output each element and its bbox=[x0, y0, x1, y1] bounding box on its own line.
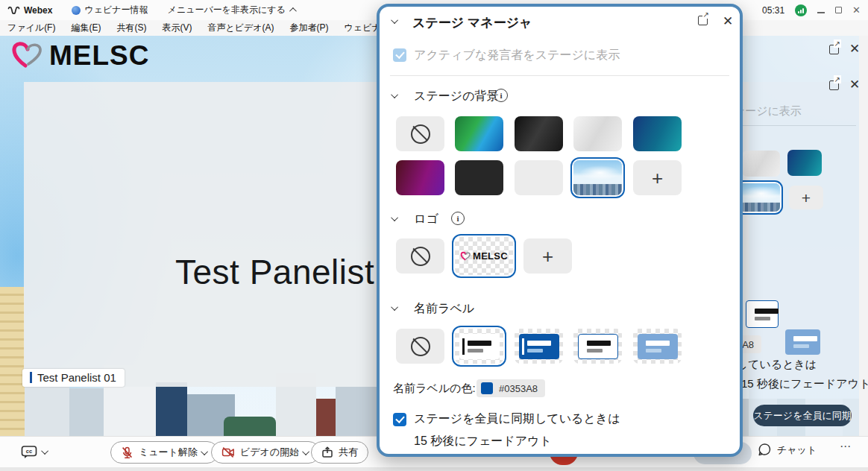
menu-audio-video[interactable]: 音声とビデオ(A) bbox=[207, 22, 274, 34]
panel-bg-option-city-selected[interactable] bbox=[738, 183, 780, 212]
none-icon bbox=[411, 337, 430, 356]
camera-off-icon bbox=[221, 446, 235, 458]
close-window-button[interactable]: ✕ bbox=[852, 5, 861, 15]
melsc-logo-text: MELSC bbox=[473, 250, 508, 262]
section-chevron-icon[interactable] bbox=[391, 91, 398, 98]
webinar-info-icon bbox=[72, 6, 81, 15]
mic-muted-icon bbox=[121, 446, 133, 459]
webex-brand-label: Webex bbox=[24, 5, 52, 16]
more-options-button[interactable]: ⋯ bbox=[840, 440, 852, 453]
bg-option-city-selected[interactable] bbox=[573, 160, 622, 195]
start-video-button[interactable]: ビデオの開始 bbox=[211, 441, 320, 464]
chevron-down-icon bbox=[302, 448, 309, 455]
svg-text:cc: cc bbox=[26, 448, 32, 455]
bg-option-none[interactable] bbox=[396, 116, 444, 151]
stage-manager-dialog: ステージ マネージャ ✕ アクティブな発言者をステージに表示 ステージの背景 i… bbox=[377, 4, 743, 457]
active-speaker-checkbox-label: アクティブな発言者をステージに表示 bbox=[414, 48, 620, 63]
divider bbox=[390, 75, 729, 76]
share-button[interactable]: 共有 bbox=[311, 441, 368, 464]
none-icon bbox=[411, 124, 430, 144]
active-speaker-checkbox bbox=[393, 48, 406, 62]
name-label-option-soft-blue[interactable] bbox=[633, 329, 682, 364]
maximize-button[interactable] bbox=[835, 6, 842, 15]
logo-option-none[interactable] bbox=[396, 238, 444, 274]
bg-option-blue-teal[interactable] bbox=[633, 116, 682, 151]
melsc-heart-icon bbox=[10, 40, 45, 72]
sync-fadeout-label-line1: ステージを全員に同期しているときは bbox=[414, 411, 620, 427]
collapse-chevron-icon[interactable] bbox=[391, 16, 398, 24]
webex-logo-icon bbox=[7, 6, 20, 15]
stage-brand-text: MELSC bbox=[49, 40, 150, 72]
panel-bg-option-blue-teal[interactable] bbox=[787, 150, 822, 176]
bg-option-charcoal[interactable] bbox=[455, 160, 503, 195]
name-label-color-picker[interactable]: #0353A8 bbox=[477, 379, 545, 397]
dialog-popout-icon[interactable] bbox=[698, 16, 708, 28]
bg-option-light-gray[interactable] bbox=[515, 160, 563, 195]
info-icon[interactable]: i bbox=[494, 89, 508, 102]
dialog-close-icon[interactable]: ✕ bbox=[723, 15, 733, 28]
share-icon bbox=[321, 446, 333, 458]
sync-fadeout-label-line2: 15 秒後にフェードアウト bbox=[414, 434, 552, 449]
logo-option-add[interactable]: + bbox=[523, 238, 572, 274]
building bbox=[156, 382, 187, 436]
menu-file[interactable]: ファイル(F) bbox=[7, 22, 55, 34]
dialog-title: ステージ マネージャ bbox=[412, 14, 532, 31]
name-label-option-leftbar-blue[interactable] bbox=[515, 329, 563, 364]
panel-bg-option-light-wave[interactable] bbox=[742, 151, 780, 177]
none-icon bbox=[411, 247, 430, 266]
panel-close-icon-2[interactable]: ✕ bbox=[849, 78, 860, 91]
melsc-logo-thumbnail: MELSC bbox=[460, 250, 508, 262]
meeting-timer: 05:31 bbox=[762, 5, 784, 16]
stage-manager-side-panel: ✕ ✕ アクティブな発言者をステージに表示 + #0353A8 ステージを全員に… bbox=[749, 36, 859, 436]
panel-name-label-option-softblue[interactable] bbox=[785, 329, 820, 355]
chat-button[interactable]: チャット bbox=[758, 443, 817, 457]
captions-button[interactable]: cc bbox=[21, 445, 48, 459]
panel-bg-option-add[interactable]: + bbox=[789, 186, 823, 209]
stage-brand-logo: MELSC bbox=[10, 40, 150, 72]
building bbox=[69, 388, 104, 436]
webinar-info-button[interactable]: ウェビナー情報 bbox=[72, 4, 148, 16]
sync-stage-button[interactable]: ステージを全員に同期 bbox=[753, 405, 852, 426]
plus-icon: + bbox=[652, 168, 663, 188]
share-label: 共有 bbox=[339, 446, 358, 459]
menu-participants[interactable]: 参加者(P) bbox=[290, 22, 329, 34]
webex-window: Webex ウェビナー情報 メニューバーを非表示にする 05:31 ✕ ファイル… bbox=[0, 0, 868, 471]
chevron-down-icon bbox=[201, 448, 208, 455]
bg-option-light-wave[interactable] bbox=[573, 116, 622, 151]
name-label-option-plain-light[interactable] bbox=[573, 329, 622, 364]
bg-option-add[interactable]: + bbox=[633, 160, 682, 195]
chat-label: チャット bbox=[777, 443, 817, 457]
webex-brand: Webex bbox=[7, 5, 52, 16]
menu-edit[interactable]: 編集(E) bbox=[71, 22, 101, 34]
bg-option-dark-wave[interactable] bbox=[515, 116, 563, 151]
name-label-option-none[interactable] bbox=[396, 329, 444, 364]
color-swatch bbox=[481, 382, 493, 394]
logo-section-title: ロゴ bbox=[414, 212, 438, 227]
sync-fadeout-checkbox[interactable] bbox=[393, 413, 406, 426]
minimize-button[interactable] bbox=[817, 6, 825, 15]
menu-view[interactable]: 表示(V) bbox=[162, 22, 192, 34]
panel-sync-label-line2: 15 秒後にフェードアウト bbox=[741, 377, 868, 391]
panel-popout-icon[interactable] bbox=[829, 45, 839, 57]
chat-icon bbox=[758, 443, 772, 457]
titlebar-right: 05:31 ✕ bbox=[762, 0, 861, 20]
logo-option-melsc-selected[interactable]: MELSC bbox=[455, 237, 513, 275]
bg-option-green-blue[interactable] bbox=[455, 116, 503, 151]
plus-icon: + bbox=[542, 247, 553, 266]
panel-popout-icon-2[interactable] bbox=[829, 80, 839, 92]
menu-share[interactable]: 共有(S) bbox=[116, 22, 146, 34]
panel-divider bbox=[734, 125, 856, 126]
participant-name-label-text: Test Panelist 01 bbox=[37, 371, 116, 384]
participant-name-label: Test Panelist 01 bbox=[22, 369, 125, 387]
trees bbox=[224, 417, 276, 436]
unmute-button[interactable]: ミュート解除 bbox=[110, 441, 218, 464]
bg-option-magenta[interactable] bbox=[396, 160, 444, 195]
name-label-option-leftbar-light-selected[interactable] bbox=[455, 329, 503, 364]
connection-quality-icon[interactable] bbox=[795, 4, 807, 16]
section-chevron-icon[interactable] bbox=[391, 214, 398, 221]
hide-menubar-button[interactable]: メニューバーを非表示にする bbox=[168, 4, 295, 16]
panel-close-icon[interactable]: ✕ bbox=[849, 42, 860, 55]
panel-name-label-option-plain[interactable] bbox=[746, 300, 779, 328]
section-chevron-icon[interactable] bbox=[391, 303, 398, 311]
info-icon[interactable]: i bbox=[451, 212, 465, 225]
